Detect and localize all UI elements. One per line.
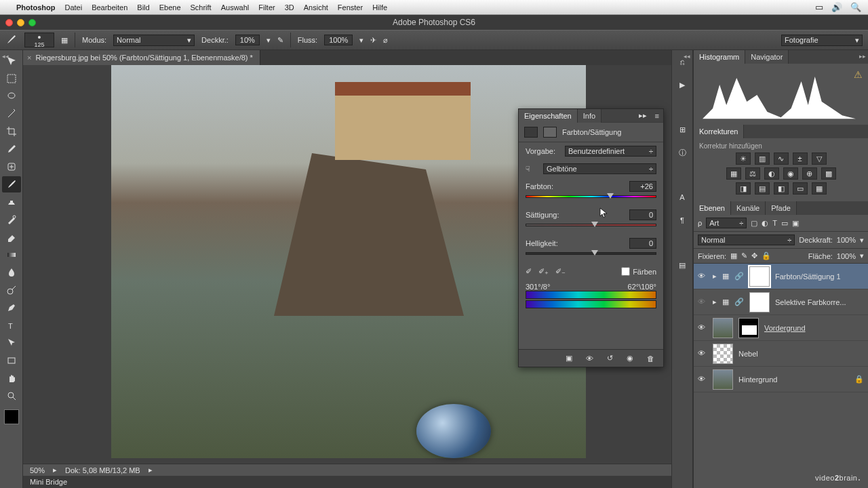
tab-ebenen[interactable]: Ebenen — [694, 201, 731, 215]
adjustment-type-icon[interactable] — [524, 127, 538, 138]
posterize-icon[interactable]: ▤ — [755, 182, 770, 195]
delete-adjustment-icon[interactable]: 🗑 — [644, 354, 656, 363]
actions-panel-icon[interactable]: ▶ — [675, 77, 690, 92]
paragraph-panel-icon[interactable]: ¶ — [675, 213, 690, 228]
layer-kind-filter[interactable]: Art÷ — [706, 218, 747, 228]
clip-to-layer-icon[interactable]: ▣ — [563, 354, 575, 363]
layer-blend-mode[interactable]: Normal÷ — [698, 235, 795, 245]
pen-tool-icon[interactable] — [2, 300, 21, 316]
healing-brush-tool-icon[interactable] — [2, 159, 21, 175]
display-icon[interactable]: ▭ — [815, 2, 823, 12]
layer-row[interactable]: 👁 Nebel — [694, 341, 868, 367]
eyedropper-add-icon[interactable]: ✐₊ — [538, 267, 549, 276]
layer-name[interactable]: Selektive Farbkorre... — [775, 298, 864, 306]
toggle-visibility-icon[interactable]: ◉ — [624, 354, 636, 363]
preset-select[interactable]: Benutzerdefiniert÷ — [565, 146, 656, 157]
view-previous-icon[interactable]: 👁 — [583, 354, 595, 363]
layer-name[interactable]: Farbton/Sättigung 1 — [775, 272, 864, 281]
channel-mixer-icon[interactable]: ⊕ — [802, 167, 817, 180]
zoom-tool-icon[interactable] — [2, 388, 21, 404]
foreground-background-swatch[interactable] — [4, 409, 19, 424]
colorize-checkbox[interactable] — [621, 267, 630, 276]
reset-icon[interactable]: ↺ — [604, 354, 616, 363]
tablet-pressure-size-icon[interactable]: ⌀ — [383, 36, 388, 45]
brush-tool-icon[interactable] — [5, 33, 18, 47]
threshold-icon[interactable]: ◧ — [774, 182, 789, 195]
spectrum-top[interactable] — [526, 291, 656, 299]
color-lookup-icon[interactable]: ▩ — [821, 167, 836, 180]
layer-row[interactable]: 👁 ▸▦🔗 Selektive Farbkorre... — [694, 289, 868, 315]
lightness-value[interactable]: 0 — [629, 238, 656, 249]
layer-mask-thumb[interactable] — [738, 318, 759, 338]
marquee-tool-icon[interactable] — [2, 70, 21, 87]
blend-mode-select[interactable]: Normal▾ — [113, 35, 195, 46]
targeted-adjust-icon[interactable]: ☟ — [526, 165, 539, 174]
lasso-tool-icon[interactable] — [2, 88, 21, 104]
fill-value[interactable]: 100% — [837, 252, 856, 260]
menu-ansicht[interactable]: Ansicht — [304, 3, 328, 12]
spectrum-bottom[interactable] — [526, 300, 656, 308]
crop-tool-icon[interactable] — [2, 123, 21, 140]
brush-panel-toggle-icon[interactable]: ▦ — [61, 36, 68, 45]
eyedropper-subtract-icon[interactable]: ✐₋ — [555, 267, 566, 276]
gradient-map-icon[interactable]: ▭ — [793, 182, 808, 195]
menu-filter[interactable]: Filter — [258, 3, 275, 12]
lock-transparency-icon[interactable]: ▦ — [730, 251, 737, 260]
magic-wand-tool-icon[interactable] — [2, 106, 21, 122]
hand-tool-icon[interactable] — [2, 370, 21, 386]
filter-shape-icon[interactable]: ▭ — [781, 219, 788, 228]
menu-auswahl[interactable]: Auswahl — [221, 3, 250, 12]
zoom-level[interactable]: 50% — [30, 466, 45, 474]
color-balance-icon[interactable]: ⚖ — [745, 167, 760, 180]
menu-ebene[interactable]: Ebene — [159, 3, 181, 12]
opacity-dropdown-icon[interactable]: ▾ — [267, 36, 271, 45]
layer-mask-thumb[interactable] — [749, 292, 770, 312]
visibility-toggle-icon[interactable]: 👁 — [698, 272, 707, 281]
visibility-toggle-icon[interactable]: 👁 — [698, 349, 707, 359]
tab-korrekturen[interactable]: Korrekturen — [694, 125, 744, 138]
collapse-left-icon[interactable]: ◂◂ — [2, 53, 9, 60]
rectangle-tool-icon[interactable] — [2, 352, 21, 369]
filter-type-icon[interactable]: T — [772, 219, 777, 227]
menu-photoshop[interactable]: Photoshop — [16, 3, 55, 12]
gradient-tool-icon[interactable] — [2, 247, 21, 263]
type-tool-icon[interactable]: T — [2, 317, 21, 333]
levels-icon[interactable]: ▥ — [755, 152, 770, 165]
hue-slider[interactable] — [526, 195, 656, 201]
opacity-value[interactable]: 10% — [235, 35, 260, 45]
mini-bridge-tab[interactable]: Mini Bridge — [23, 476, 671, 488]
tab-eigenschaften[interactable]: Eigenschaften — [519, 109, 578, 123]
clone-stamp-tool-icon[interactable] — [2, 194, 21, 210]
bw-icon[interactable]: ◐ — [764, 167, 779, 180]
zoom-window-button[interactable] — [28, 19, 36, 26]
eraser-tool-icon[interactable] — [2, 229, 21, 245]
visibility-toggle-icon[interactable]: 👁 — [698, 323, 707, 333]
tab-histogramm[interactable]: Histogramm — [694, 50, 745, 64]
layer-thumb[interactable] — [713, 344, 733, 364]
lock-pixels-icon[interactable]: ✎ — [741, 251, 747, 260]
saturation-slider[interactable] — [526, 224, 656, 229]
layer-name[interactable]: Nebel — [738, 350, 864, 358]
menu-bearbeiten[interactable]: Bearbeiten — [92, 3, 127, 12]
photo-filter-icon[interactable]: ◉ — [783, 167, 798, 180]
workspace-select[interactable]: Fotografie▾ — [781, 35, 863, 46]
close-window-button[interactable] — [5, 19, 13, 26]
menu-bild[interactable]: Bild — [137, 3, 149, 12]
layer-thumb[interactable] — [713, 318, 733, 338]
layer-thumb[interactable] — [713, 369, 733, 390]
close-tab-icon[interactable]: × — [27, 54, 31, 62]
dodge-tool-icon[interactable] — [2, 282, 21, 298]
lock-all-icon[interactable]: 🔒 — [762, 251, 771, 260]
vibrance-icon[interactable]: ▽ — [812, 152, 827, 165]
hue-value[interactable]: +26 — [629, 181, 656, 192]
properties-panel-icon[interactable]: ⊞ — [675, 122, 690, 137]
blur-tool-icon[interactable] — [2, 264, 21, 281]
panel-menu-icon[interactable]: ≡ — [651, 112, 663, 120]
menu-hilfe[interactable]: Hilfe — [372, 3, 387, 12]
brush-preset[interactable]: •125 — [24, 33, 54, 47]
layer-row[interactable]: 👁 Hintergrund 🔒 — [694, 367, 868, 392]
status-play-icon[interactable]: ▸ — [149, 466, 153, 474]
brightness-contrast-icon[interactable]: ☀ — [736, 152, 751, 165]
layer-mask-thumb[interactable] — [749, 266, 770, 287]
history-brush-tool-icon[interactable] — [2, 211, 21, 228]
